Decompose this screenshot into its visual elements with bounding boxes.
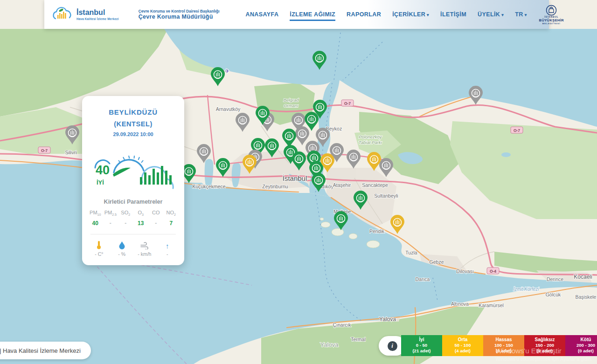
map-label-arnavutk-y: Arnavutköy	[216, 106, 241, 112]
parameter-headers: PM10PM2.5SO2O3CONO2	[88, 210, 179, 216]
map-label-belgrad: Belgrad	[284, 97, 299, 103]
map-label-orman: Ormanı	[284, 103, 298, 108]
weather-row: - C° - % - km/h ↑ -	[88, 240, 179, 257]
ibb-line2: BÜYÜKŞEHİR	[539, 18, 564, 22]
station-name: BEYLİKDÜZÜ	[88, 108, 179, 116]
map-label-k-k-ekmece: Küçükçekmece	[192, 184, 225, 189]
road-shield-o-7: O-7	[38, 147, 50, 153]
param-value-pm2-5: -	[103, 220, 118, 227]
road-shield-o-7: O-7	[511, 127, 523, 133]
weather-humidity: - %	[111, 240, 133, 257]
ibb-logo[interactable]: İSTANBUL BÜYÜKŞEHİR BELEDİYESİ	[539, 5, 564, 25]
app: İstanbulSilivriArnavutköyBeykozZeytinbur…	[0, 0, 597, 364]
humidity-value: - %	[118, 251, 125, 257]
station-type: (KENTSEL)	[88, 120, 179, 128]
chevron-down-icon: ▾	[525, 13, 527, 17]
aqi-gauge: 40 İYİ	[88, 144, 179, 193]
aqi-legend: İyi0 - 50(21 adet)Orta50 - 100(4 adet)Ha…	[401, 335, 597, 356]
department-title: Çevre Koruma ve Kontrol Dairesi Başkanlı…	[139, 9, 220, 20]
map-label-silivri: Silivri	[65, 150, 76, 155]
airport-icon: ✈	[225, 68, 230, 75]
attribution-text: si | Hava Kalitesi İzleme Merkezi	[0, 347, 81, 354]
param-header-no2: NO2	[164, 210, 179, 216]
map-label-dar-ca: Darıca	[416, 276, 430, 282]
map-label-gebze: Gebze	[430, 259, 444, 265]
thermometer-icon	[96, 240, 102, 249]
param-header-so2: SO2	[118, 210, 133, 216]
parameter-values: 40--13-7	[88, 217, 179, 227]
department-line1: Çevre Koruma ve Kontrol Dairesi Başkanlı…	[139, 9, 220, 14]
nav-item-tr[interactable]: TR▾	[515, 11, 527, 18]
map-label-zeytinburnu: Zeytinburnu	[262, 184, 288, 189]
nav-item-anasayfa[interactable]: ANASAYFA	[246, 11, 279, 18]
legend-item-i-yi: İyi0 - 50(21 adet)	[401, 335, 442, 356]
wind-direction-arrow-icon: ↑	[166, 240, 169, 249]
main-nav: ANASAYFAİZLEME AĞIMIZRAPORLARİÇERİKLER▾İ…	[246, 11, 527, 18]
popup-divider	[90, 234, 176, 234]
chevron-down-icon: ▾	[501, 13, 504, 17]
legend-item-sa-l-ks-z: Sağlıksız150 - 200(0 adet)	[524, 335, 565, 356]
direction-value: -	[167, 251, 168, 257]
map-label-yalova: Yalova	[379, 316, 396, 323]
nav-item-i-eri-kler[interactable]: İÇERİKLER▾	[392, 11, 429, 18]
param-value-o3: 13	[133, 220, 149, 227]
map-label-narc-k: Çınarcık	[333, 322, 351, 328]
road-shield-o-4: O-4	[487, 268, 499, 274]
map-label-dilovas: Dilovası	[456, 268, 473, 274]
param-value-so2: -	[118, 220, 133, 227]
temperature-value: - C°	[95, 251, 103, 257]
ibb-line3: BELEDİYESİ	[542, 22, 561, 25]
map-label-pendik: Pendik	[369, 228, 385, 234]
svg-text:O-7: O-7	[344, 101, 351, 106]
map-label-tuzla: Tuzla	[405, 250, 417, 255]
param-header-pm10: PM10	[88, 210, 103, 216]
chevron-down-icon: ▾	[427, 13, 429, 17]
wind-value: - km/h	[138, 251, 151, 257]
site-title: İstanbul	[76, 9, 119, 16]
map-label-polonezk-y: Polonezköy	[359, 134, 382, 139]
param-header-co: CO	[148, 210, 164, 216]
wind-icon	[140, 240, 149, 249]
param-value-co: -	[148, 220, 164, 227]
parameters-title: Kirletici Parametreler	[88, 199, 179, 205]
svg-text:O-7: O-7	[514, 128, 520, 133]
map-label-tabiat-park: Tabiat Parkı	[359, 140, 382, 145]
attribution-pill: si | Hava Kalitesi İzleme Merkezi	[0, 342, 91, 359]
weather-temperature: - C°	[88, 240, 111, 257]
droplet-icon	[119, 240, 125, 249]
param-value-pm10: 40	[88, 220, 103, 227]
station-popup: BEYLİKDÜZÜ (KENTSEL) 29.09.2022 10:00	[82, 96, 184, 265]
header: İstanbul Hava Kalitesi İzleme Merkezi Çe…	[44, 0, 549, 29]
site-subtitle: Hava Kalitesi İzleme Merkezi	[76, 17, 119, 21]
department-line2: Çevre Koruma Müdürlüğü	[139, 14, 220, 20]
map-label-sultanbeyli: Sultanbeyli	[374, 193, 398, 199]
map-label-termal: Termal	[351, 337, 366, 342]
road-shield-o-7: O-7	[341, 100, 354, 106]
weather-direction: ↑ -	[156, 240, 179, 257]
legend-item-hassas: Hassas100 - 150(0 adet)	[483, 335, 524, 356]
info-icon: i	[388, 341, 397, 351]
hkim-cloud-logo-icon	[52, 5, 73, 24]
svg-text:O-4: O-4	[490, 269, 496, 274]
map-label-ba-iskele: Başiskele	[576, 294, 597, 300]
legend-item-orta: Orta50 - 100(4 adet)	[442, 335, 483, 356]
aqi-value: 40	[96, 164, 110, 177]
param-header-o3: O3	[133, 210, 149, 216]
nav-item-raporlar[interactable]: RAPORLAR	[347, 11, 381, 18]
map-label-alt-nova: Altınova	[451, 301, 469, 307]
param-value-no2: 7	[164, 220, 179, 227]
site-logo[interactable]: İstanbul Hava Kalitesi İzleme Merkezi	[52, 5, 119, 24]
map-label-kocaeli: Kocaeli	[574, 274, 592, 280]
aqi-category: İYİ	[97, 179, 104, 186]
param-header-pm2-5: PM2.5	[103, 210, 118, 216]
map-label-g-lc-k: Gölcük	[546, 292, 561, 297]
legend-item-k-t: Kötü200 - 300(0 adet)	[565, 335, 597, 356]
nav-item-i-leti-i-m[interactable]: İLETİŞİM	[440, 11, 466, 18]
map-label-karam-rsel: Karamürsel	[479, 302, 504, 308]
ibb-emblem-icon	[544, 5, 558, 16]
map-label-derince: Derince	[547, 276, 563, 282]
map-label-ata-ehir: Ataşehir	[333, 182, 351, 188]
nav-item-i-zleme-a-imiz[interactable]: İZLEME AĞIMIZ	[290, 11, 335, 18]
nav-item-yeli-k[interactable]: ÜYELİK▾	[478, 11, 504, 18]
weather-wind: - km/h	[133, 240, 156, 257]
